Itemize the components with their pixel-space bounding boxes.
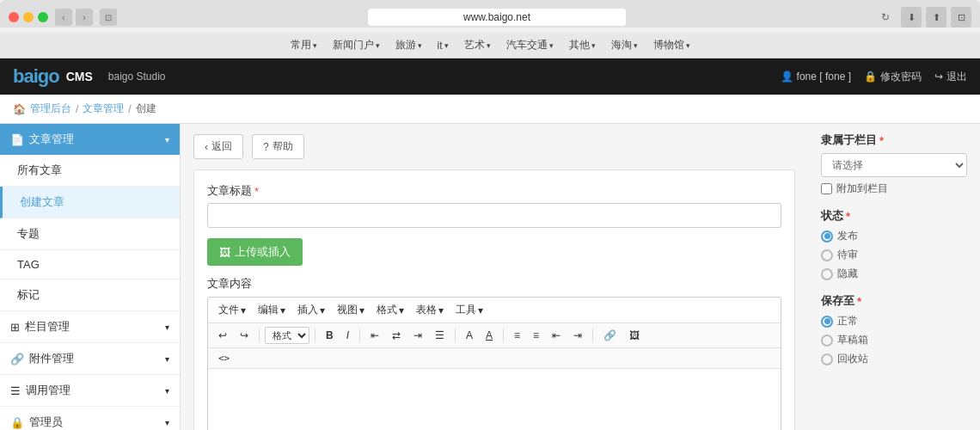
question-icon: ? bbox=[263, 141, 269, 153]
editor-bold-btn[interactable]: B bbox=[321, 327, 339, 344]
chevron-down-icon: ▾ bbox=[165, 354, 169, 364]
share-btn[interactable]: ⬆ bbox=[926, 7, 946, 28]
save-normal-row[interactable]: 正常 bbox=[821, 314, 967, 329]
article-title-input[interactable] bbox=[207, 203, 781, 228]
cms-label: CMS bbox=[66, 70, 93, 83]
sidebar-item-topic[interactable]: 专题 bbox=[0, 218, 180, 250]
browser-actions: ⬇ ⬆ ⊡ bbox=[901, 7, 971, 28]
refresh-btn[interactable]: ↻ bbox=[877, 9, 894, 26]
sidebar-label: 创建文章 bbox=[20, 195, 64, 208]
help-button[interactable]: ? 帮助 bbox=[252, 134, 304, 159]
site-nav-item-haitao[interactable]: 海淘 ▾ bbox=[604, 36, 645, 54]
back-nav-btn[interactable]: ‹ bbox=[55, 9, 72, 26]
editor-redo-btn[interactable]: ↪ bbox=[235, 327, 254, 344]
editor-highlight-btn[interactable]: A bbox=[481, 327, 498, 344]
logout-btn[interactable]: ↪ 退出 bbox=[934, 70, 967, 84]
editor-outdent-btn[interactable]: ⇤ bbox=[547, 327, 566, 344]
forward-nav-btn[interactable]: › bbox=[76, 9, 93, 26]
editor-menu-file[interactable]: 文件 ▾ bbox=[213, 301, 251, 319]
download-btn[interactable]: ⬇ bbox=[901, 7, 922, 28]
editor-align-right-btn[interactable]: ⇥ bbox=[408, 327, 427, 344]
site-nav-item-museum[interactable]: 博物馆 ▾ bbox=[646, 36, 697, 54]
site-nav-item-art[interactable]: 艺术 ▾ bbox=[457, 36, 498, 54]
editor-align-left-btn[interactable]: ⇤ bbox=[365, 327, 384, 344]
editor-source-btn[interactable]: <> bbox=[213, 350, 775, 366]
attach-checkbox[interactable] bbox=[821, 183, 832, 194]
site-nav-item-car[interactable]: 汽车交通 ▾ bbox=[499, 36, 560, 54]
traffic-light-red[interactable] bbox=[9, 12, 19, 22]
editor-image-btn[interactable]: 🖼 bbox=[624, 327, 645, 344]
editor-menu-view[interactable]: 视图 ▾ bbox=[332, 301, 370, 319]
window-resize-btn[interactable]: ⊡ bbox=[100, 9, 117, 26]
site-nav-label: it bbox=[438, 40, 443, 52]
status-publish-row[interactable]: 发布 bbox=[821, 229, 967, 243]
sidebar-item-tag[interactable]: TAG bbox=[0, 250, 180, 280]
sidebar-item-create-article[interactable]: 创建文章 bbox=[0, 187, 180, 218]
status-section: 状态 * 发布 待审 隐藏 bbox=[821, 208, 967, 281]
editor-link-btn[interactable]: 🔗 bbox=[598, 327, 622, 344]
sidebar-sub-label: 附件管理 bbox=[29, 351, 74, 366]
attach-label: 附加到栏目 bbox=[836, 181, 888, 196]
editor-indent-btn[interactable]: ⇥ bbox=[568, 327, 587, 344]
category-section: 隶属于栏目 * 请选择 附加到栏目 bbox=[821, 132, 967, 196]
status-review-row[interactable]: 待审 bbox=[821, 248, 967, 262]
editor-menu-insert[interactable]: 插入 ▾ bbox=[292, 301, 330, 319]
site-nav-item-news[interactable]: 新闻门户 ▾ bbox=[326, 36, 387, 54]
logout-icon: ↪ bbox=[934, 71, 943, 83]
save-normal-radio[interactable] bbox=[821, 316, 833, 328]
sidebar-item-column-mgmt[interactable]: ⊞ 栏目管理 ▾ bbox=[0, 311, 180, 343]
save-to-radio-group: 正常 草稿箱 回收站 bbox=[821, 314, 967, 366]
editor-justify-btn[interactable]: ☰ bbox=[430, 327, 450, 344]
editor-menu-tools[interactable]: 工具 ▾ bbox=[450, 301, 488, 319]
status-review-radio[interactable] bbox=[821, 249, 833, 261]
editor-numbers-btn[interactable]: ≡ bbox=[528, 327, 544, 344]
editor-menu-edit[interactable]: 编辑 ▾ bbox=[253, 301, 291, 319]
sidebar-item-mark[interactable]: 标记 bbox=[0, 280, 180, 311]
sidebar-section-header-article[interactable]: 📄 文章管理 ▾ bbox=[0, 124, 180, 155]
status-review-label: 待审 bbox=[837, 248, 858, 262]
back-button[interactable]: ‹ 返回 bbox=[193, 134, 243, 159]
breadcrumb-section[interactable]: 文章管理 bbox=[83, 101, 124, 116]
save-trash-radio[interactable] bbox=[821, 353, 833, 366]
site-nav-item-it[interactable]: it ▾ bbox=[431, 38, 456, 53]
save-draft-radio[interactable] bbox=[821, 335, 833, 347]
sidebar-item-attachment-mgmt[interactable]: 🔗 附件管理 ▾ bbox=[0, 343, 180, 375]
sidebar-item-admin[interactable]: 🔒 管理员 ▾ bbox=[0, 407, 180, 430]
change-password-btn[interactable]: 🔒 修改密码 bbox=[864, 70, 922, 84]
upload-button[interactable]: 🖼 上传或插入 bbox=[207, 238, 303, 266]
save-trash-row[interactable]: 回收站 bbox=[821, 352, 967, 366]
chevron-left-icon: ‹ bbox=[205, 141, 208, 153]
traffic-light-green[interactable] bbox=[38, 12, 48, 22]
sidebar-item-all-articles[interactable]: 所有文章 bbox=[0, 155, 180, 187]
status-publish-radio[interactable] bbox=[821, 230, 833, 243]
fullscreen-btn[interactable]: ⊡ bbox=[951, 7, 971, 28]
editor-align-center-btn[interactable]: ⇄ bbox=[387, 327, 406, 344]
status-hidden-radio[interactable] bbox=[821, 268, 833, 280]
traffic-light-yellow[interactable] bbox=[23, 12, 34, 22]
list-icon: ☰ bbox=[10, 384, 21, 397]
editor-font-color-btn[interactable]: A bbox=[461, 327, 478, 344]
toolbar-separator bbox=[359, 329, 360, 342]
site-nav-item-changyong[interactable]: 常用 ▾ bbox=[284, 36, 324, 54]
upload-label: 上传或插入 bbox=[235, 244, 291, 260]
category-select[interactable]: 请选择 bbox=[821, 153, 967, 177]
site-nav-item-travel[interactable]: 旅游 ▾ bbox=[389, 36, 429, 54]
sidebar-item-call-mgmt[interactable]: ☰ 调用管理 ▾ bbox=[0, 375, 180, 407]
format-select[interactable]: 格式 bbox=[265, 327, 309, 344]
editor-bullets-btn[interactable]: ≡ bbox=[509, 327, 525, 344]
editor-body[interactable] bbox=[208, 369, 781, 430]
editor-menu-table[interactable]: 表格 ▾ bbox=[411, 301, 449, 319]
editor-italic-btn[interactable]: I bbox=[341, 327, 354, 344]
site-nav-item-other[interactable]: 其他 ▾ bbox=[562, 36, 603, 54]
chevron-down-icon: ▾ bbox=[487, 41, 491, 50]
breadcrumb-home[interactable]: 管理后台 bbox=[30, 101, 71, 116]
article-content-group: 文章内容 文件 ▾ 编辑 ▾ 插入 ▾ bbox=[207, 276, 781, 430]
editor-undo-btn[interactable]: ↩ bbox=[213, 327, 232, 344]
save-draft-row[interactable]: 草稿箱 bbox=[821, 333, 967, 347]
content-area: ‹ 返回 ? 帮助 文章标题 * 🖼 上传或插入 bbox=[181, 124, 808, 430]
status-hidden-row[interactable]: 隐藏 bbox=[821, 267, 967, 281]
editor-menu-format[interactable]: 格式 ▾ bbox=[371, 301, 409, 319]
site-nav-label: 艺术 bbox=[464, 38, 485, 52]
sidebar-label: 所有文章 bbox=[17, 163, 62, 176]
address-bar[interactable]: www.baigo.net bbox=[368, 9, 626, 26]
